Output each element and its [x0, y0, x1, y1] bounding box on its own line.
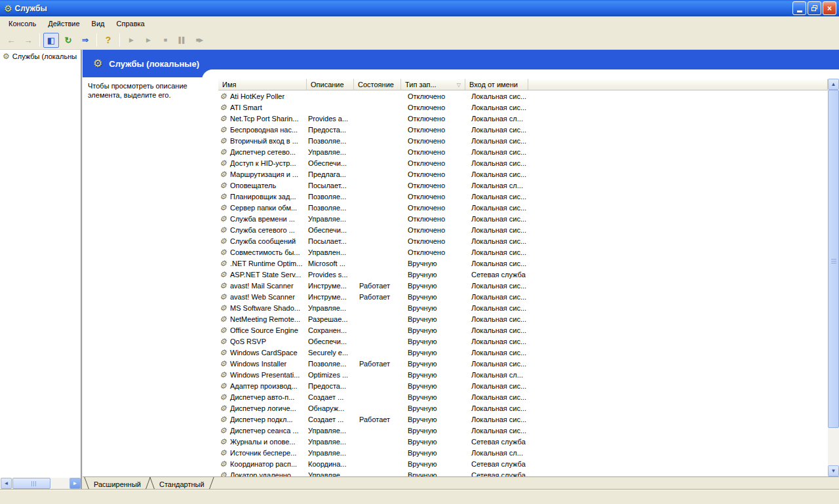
service-logon-cell: Локальная сис...: [467, 303, 663, 314]
service-name-cell: ⚙Совместимость бы...: [220, 247, 307, 258]
back-button[interactable]: ←: [3, 33, 19, 48]
column-header-0[interactable]: Имя: [218, 79, 307, 90]
service-name-cell: ⚙Диспетчер сеанса ...: [220, 425, 307, 436]
help-button[interactable]: ?: [100, 33, 116, 48]
start-service-button[interactable]: ▶: [123, 33, 139, 48]
service-startup-cell: Вручную: [402, 314, 465, 325]
table-row[interactable]: ⚙Диспетчер авто-п...Создает ...ВручнуюЛо…: [218, 392, 828, 403]
resume-service-icon: ▶: [146, 37, 150, 43]
table-row[interactable]: ⚙Диспетчер логиче...Обнаруж...ВручнуюЛок…: [218, 403, 828, 414]
export-list-button[interactable]: ⇒: [77, 33, 93, 48]
service-gear-icon: ⚙: [220, 393, 227, 401]
tree-horizontal-scrollbar[interactable]: ◄ ►: [1, 478, 81, 489]
table-row[interactable]: ⚙Журналы и опове...Управляе...ВручнуюСет…: [218, 436, 828, 448]
help-icon: ?: [106, 35, 111, 45]
vertical-scrollbar-thumb[interactable]: [828, 90, 839, 428]
service-logon-cell: Локальная сис...: [467, 136, 663, 147]
table-row[interactable]: ⚙Источник беспере...Управляе...ВручнуюЛо…: [218, 448, 828, 459]
service-startup-cell: Вручную: [402, 370, 465, 381]
service-status-cell: [355, 436, 401, 448]
horizontal-scrollbar-thumb[interactable]: [12, 478, 50, 489]
table-row[interactable]: ⚙Служба времени ...Управляе...ОтключеноЛ…: [218, 214, 828, 225]
table-row[interactable]: ⚙Диспетчер сетево...Управляе...Отключено…: [218, 147, 828, 158]
table-row[interactable]: ⚙Ati HotKey PollerОтключеноЛокальная сис…: [218, 91, 828, 102]
forward-button[interactable]: →: [20, 33, 36, 48]
menu-консоль[interactable]: Консоль: [3, 18, 42, 29]
scroll-up-button[interactable]: ▲: [828, 79, 839, 90]
table-row[interactable]: ⚙Сервер папки обм...Позволяе...Отключено…: [218, 203, 828, 214]
scroll-down-button[interactable]: ▼: [828, 465, 839, 476]
table-row[interactable]: ⚙avast! Mail ScannerИнструме...РаботаетВ…: [218, 281, 828, 292]
service-name-cell: ⚙QoS RSVP: [220, 336, 307, 347]
table-row[interactable]: ⚙Служба сообщенийПосылает...ОтключеноЛок…: [218, 236, 828, 247]
service-startup-cell: Отключено: [402, 191, 465, 203]
table-row[interactable]: ⚙Windows InstallerПозволяе...РаботаетВру…: [218, 359, 828, 370]
table-row[interactable]: ⚙Диспетчер подкл...Создает ...РаботаетВр…: [218, 414, 828, 425]
service-desc-cell: Управляе...: [308, 147, 354, 158]
table-row[interactable]: ⚙ASP.NET State Serv...Provides s...Вручн…: [218, 269, 828, 281]
table-row[interactable]: ⚙Планировщик зад...Позволяе...ОтключеноЛ…: [218, 191, 828, 203]
service-status-cell: [355, 214, 401, 225]
toolbar-separator: [96, 33, 97, 47]
table-row[interactable]: ⚙QoS RSVPОбеспечи...ВручнуюЛокальная сис…: [218, 336, 828, 347]
vertical-scrollbar[interactable]: ▲ ▼: [828, 79, 839, 476]
restore-button[interactable]: [808, 1, 821, 15]
table-row[interactable]: ⚙.NET Runtime Optim...Microsoft ...Вручн…: [218, 258, 828, 269]
scroll-right-button[interactable]: ►: [69, 478, 81, 489]
service-logon-cell: Сетевая служба: [467, 269, 663, 281]
service-startup-cell: Отключено: [402, 136, 465, 147]
table-row[interactable]: ⚙Локатор удаленноУправляеВручнуюСетевая …: [218, 470, 828, 476]
table-row[interactable]: ⚙ОповещательПосылает...ОтключеноЛокальна…: [218, 180, 828, 191]
tab-extended[interactable]: Расширенный: [87, 478, 147, 488]
table-row[interactable]: ⚙Совместимость бы...Управлен...Отключено…: [218, 247, 828, 258]
service-logon-cell: Локальная сис...: [467, 91, 663, 102]
menu-действие[interactable]: Действие: [42, 18, 85, 29]
pause-service-button[interactable]: ▌▌: [174, 33, 190, 48]
column-header-2[interactable]: Состояние: [354, 79, 401, 90]
service-logon-cell: Локальная сис...: [467, 425, 663, 436]
table-row[interactable]: ⚙Беспроводная нас...Предоста...Отключено…: [218, 125, 828, 136]
table-row[interactable]: ⚙Адаптер производ...Предоста...ВручнуюЛо…: [218, 381, 828, 392]
service-status-cell: [355, 247, 401, 258]
table-row[interactable]: ⚙Доступ к HID-устр...Обеспечи...Отключен…: [218, 158, 828, 169]
column-header-3[interactable]: Тип зап...▽: [401, 79, 465, 90]
service-desc-cell: Управляе...: [308, 214, 354, 225]
resume-service-button[interactable]: ▶: [140, 33, 156, 48]
table-row[interactable]: ⚙avast! Web ScannerИнструме...РаботаетВр…: [218, 292, 828, 303]
close-button[interactable]: ×: [823, 1, 836, 15]
services-gear-icon: ⚙: [93, 58, 102, 69]
column-header-1[interactable]: Описание: [307, 79, 354, 90]
tree-node-services-local[interactable]: ⚙ Службы (локальны: [0, 50, 81, 62]
service-logon-cell: Локальная сис...: [467, 102, 663, 113]
table-row[interactable]: ⚙NetMeeting Remote...Разрешае...ВручнуюЛ…: [218, 314, 828, 325]
stop-service-button[interactable]: ■: [157, 33, 173, 48]
service-status-cell: [355, 169, 401, 180]
table-row[interactable]: ⚙Windows CardSpaceSecurely e...ВручнуюЛо…: [218, 347, 828, 359]
table-row[interactable]: ⚙Маршрутизация и ...Предлага...Отключено…: [218, 169, 828, 180]
table-row[interactable]: ⚙Office Source EngineСохранен...ВручнуюЛ…: [218, 325, 828, 336]
restart-service-button[interactable]: ■▶: [191, 33, 207, 48]
service-desc-cell: Управляе...: [308, 425, 354, 436]
tab-standard[interactable]: Стандартный: [153, 478, 211, 488]
refresh-button[interactable]: ↻: [60, 33, 76, 48]
table-row[interactable]: ⚙MS Software Shado...Управляе...ВручнуюЛ…: [218, 303, 828, 314]
services-gear-icon: ⚙: [3, 52, 10, 60]
menu-вид[interactable]: Вид: [86, 18, 111, 29]
menu-справка[interactable]: Справка: [111, 18, 151, 29]
scroll-left-button[interactable]: ◄: [1, 478, 12, 489]
table-row[interactable]: ⚙Диспетчер сеанса ...Управляе...ВручнуюЛ…: [218, 425, 828, 436]
service-startup-cell: Вручную: [402, 414, 465, 425]
minimize-button[interactable]: [792, 1, 806, 15]
service-list: ⚙Ati HotKey PollerОтключеноЛокальная сис…: [218, 91, 828, 476]
table-row[interactable]: ⚙Служба сетевого ...Обеспечи...Отключено…: [218, 225, 828, 236]
table-row[interactable]: ⚙Windows Presentati...Optimizes ...Вручн…: [218, 370, 828, 381]
table-row[interactable]: ⚙Вторичный вход в ...Позволяе...Отключен…: [218, 136, 828, 147]
service-logon-cell: Локальная сис...: [467, 314, 663, 325]
table-row[interactable]: ⚙ATI SmartОтключеноЛокальная сис...: [218, 102, 828, 113]
service-logon-cell: Локальная сис...: [467, 225, 663, 236]
thumb-grip: [831, 259, 836, 264]
column-header-4[interactable]: Вход от имени: [465, 79, 528, 90]
table-row[interactable]: ⚙Координатор расп...Координа...ВручнуюСе…: [218, 459, 828, 470]
table-row[interactable]: ⚙Net.Tcp Port Sharin...Provides a...Откл…: [218, 113, 828, 125]
show-hide-tree-button[interactable]: ◧: [43, 33, 59, 48]
